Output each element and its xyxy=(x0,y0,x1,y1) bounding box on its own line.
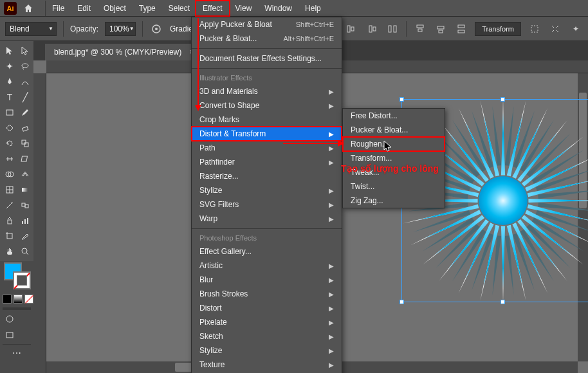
shaper-tool[interactable] xyxy=(3,121,17,135)
rectangle-tool[interactable] xyxy=(3,105,17,120)
stroke-color-swatch[interactable] xyxy=(13,271,31,289)
valign-icon-2[interactable] xyxy=(434,22,448,36)
menu-svg-filters[interactable]: SVG Filters▶ xyxy=(192,197,342,212)
menu-pixelate[interactable]: Pixelate▶ xyxy=(192,315,342,329)
svg-rect-31 xyxy=(7,233,12,239)
mesh-tool[interactable] xyxy=(3,183,17,197)
screen-mode-icon[interactable] xyxy=(3,328,17,342)
menu-path[interactable]: Path▶ xyxy=(192,141,342,155)
handle[interactable] xyxy=(400,97,404,102)
draw-mode-icon[interactable] xyxy=(3,312,17,326)
scale-tool[interactable] xyxy=(18,136,32,150)
menu-help[interactable]: Help xyxy=(299,1,327,15)
svg-rect-20 xyxy=(21,156,27,161)
gradient-tool[interactable] xyxy=(18,183,32,197)
opacity-input[interactable]: 100%▼ xyxy=(105,22,136,36)
menu-view[interactable]: View xyxy=(229,1,259,15)
submenu-zigzag[interactable]: Zig Zag... xyxy=(343,194,445,208)
svg-rect-19 xyxy=(24,143,28,147)
edit-toolbar-icon[interactable]: ⋯ xyxy=(3,344,31,358)
column-graph-tool[interactable] xyxy=(18,214,32,228)
solid-color-mode[interactable] xyxy=(3,295,12,304)
document-tab[interactable]: blend.jpg* @ 300 % (CMYK/Preview) × xyxy=(45,44,203,60)
separator xyxy=(192,228,342,229)
home-button[interactable] xyxy=(22,2,35,15)
selection-tool[interactable] xyxy=(3,44,17,58)
free-transform-tool[interactable] xyxy=(18,152,32,166)
menu-3d[interactable]: 3D and Materials▶ xyxy=(192,84,342,98)
menu-stylize-ps[interactable]: Stylize▶ xyxy=(192,343,342,358)
hand-tool[interactable] xyxy=(3,244,17,259)
submenu-roughen[interactable]: Roughen... xyxy=(343,137,445,151)
curvature-tool[interactable] xyxy=(18,75,32,89)
rotate-tool[interactable] xyxy=(3,136,17,150)
menu-warp[interactable]: Warp▶ xyxy=(192,212,342,226)
eraser-tool[interactable] xyxy=(18,121,32,135)
style-dropdown[interactable]: Blend▼ xyxy=(5,22,57,36)
menu-file[interactable]: File xyxy=(46,1,71,15)
perspective-tool[interactable] xyxy=(18,167,32,181)
menu-effect[interactable]: Effect xyxy=(196,1,228,15)
shape-builder-tool[interactable] xyxy=(3,167,17,181)
zoom-tool[interactable] xyxy=(18,244,32,259)
menu-brush-strokes[interactable]: Brush Strokes▶ xyxy=(192,287,342,301)
submenu-twist[interactable]: Twist... xyxy=(343,179,445,194)
paintbrush-tool[interactable] xyxy=(18,105,32,120)
valign-icon-1[interactable] xyxy=(413,22,427,36)
menu-object[interactable]: Object xyxy=(97,1,133,15)
handle[interactable] xyxy=(400,300,404,304)
menu-edit[interactable]: Edit xyxy=(71,1,97,15)
pen-tool[interactable] xyxy=(3,75,17,89)
isolate-icon[interactable] xyxy=(528,22,542,36)
symbol-sprayer-tool[interactable] xyxy=(3,214,17,228)
submenu-pucker-bloat[interactable]: Pucker & Bloat... xyxy=(343,123,445,137)
menu-rasterize[interactable]: Rasterize... xyxy=(192,169,342,183)
eyedropper-tool[interactable] xyxy=(3,198,17,212)
menu-distort-transform[interactable]: Distort & Transform▶ xyxy=(192,127,342,141)
menu-sketch[interactable]: Sketch▶ xyxy=(192,329,342,343)
width-tool[interactable] xyxy=(3,152,17,166)
type-tool[interactable]: T xyxy=(3,90,17,104)
menu-crop-marks[interactable]: Crop Marks xyxy=(192,113,342,127)
svg-rect-18 xyxy=(22,140,26,144)
menu-blur[interactable]: Blur▶ xyxy=(192,273,342,287)
recolor-icon[interactable] xyxy=(149,22,163,36)
none-mode[interactable] xyxy=(24,295,33,304)
menu-artistic[interactable]: Artistic▶ xyxy=(192,259,342,273)
svg-rect-27 xyxy=(8,220,12,224)
menu-distort[interactable]: Distort▶ xyxy=(192,301,342,315)
divider xyxy=(63,21,64,37)
menu-window[interactable]: Window xyxy=(258,1,299,15)
menu-effect-gallery[interactable]: Effect Gallery... xyxy=(192,244,342,259)
valign-icon-3[interactable] xyxy=(454,22,468,36)
gradient-mode[interactable] xyxy=(14,295,23,304)
direct-selection-tool[interactable] xyxy=(18,44,32,58)
align-icon-1[interactable] xyxy=(344,22,358,36)
star-icon[interactable]: ✦ xyxy=(569,22,583,36)
menu-texture[interactable]: Texture▶ xyxy=(192,358,342,372)
divider xyxy=(406,21,407,37)
align-icon-2[interactable] xyxy=(365,22,379,36)
transform-button[interactable]: Transform xyxy=(475,22,521,36)
edit-icon[interactable] xyxy=(548,22,562,36)
svg-rect-12 xyxy=(458,25,464,28)
line-tool[interactable]: ╱ xyxy=(18,90,32,104)
menu-select[interactable]: Select xyxy=(162,1,196,15)
menu-apply-last[interactable]: Apply Pucker & Bloat Shift+Ctrl+E xyxy=(192,17,342,32)
align-icon-3[interactable] xyxy=(385,22,400,36)
submenu-free-distort[interactable]: Free Distort... xyxy=(343,109,445,123)
lasso-tool[interactable] xyxy=(18,59,32,73)
menu-type[interactable]: Type xyxy=(133,1,162,15)
slice-tool[interactable] xyxy=(18,229,32,243)
menu-stylize[interactable]: Stylize▶ xyxy=(192,183,342,197)
menu-last-effect[interactable]: Pucker & Bloat... Alt+Shift+Ctrl+E xyxy=(192,32,342,46)
artboard-tool[interactable] xyxy=(3,229,17,243)
menu-convert-shape[interactable]: Convert to Shape▶ xyxy=(192,98,342,113)
handle[interactable] xyxy=(501,97,505,102)
menu-doc-raster[interactable]: Document Raster Effects Settings... xyxy=(192,51,342,66)
svg-point-32 xyxy=(22,248,27,253)
magic-wand-tool[interactable]: ✦ xyxy=(3,59,17,73)
blend-tool[interactable] xyxy=(18,198,32,212)
handle[interactable] xyxy=(501,300,505,304)
menu-pathfinder[interactable]: Pathfinder▶ xyxy=(192,155,342,169)
